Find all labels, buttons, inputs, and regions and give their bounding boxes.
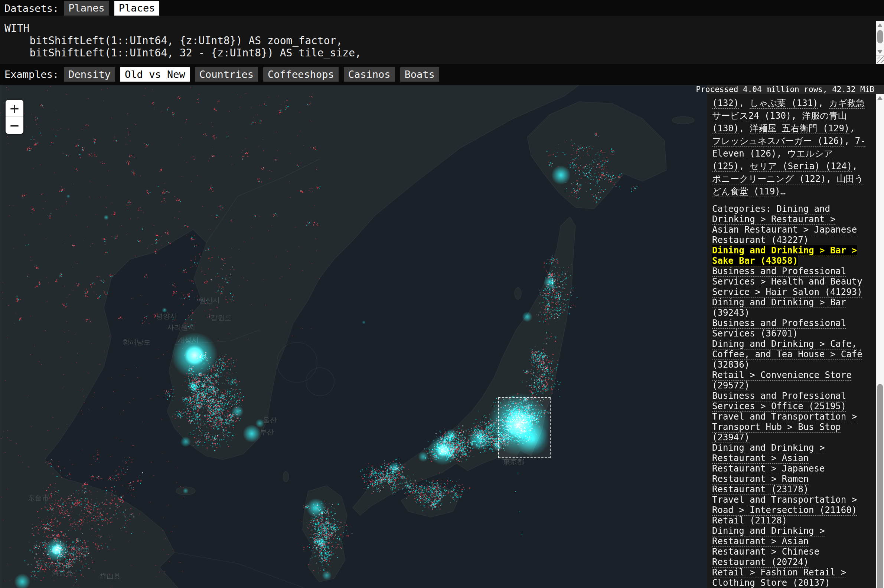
processed-stats: Processed 4.04 million rows, 42.32 MiB [696,85,874,94]
example-button-density[interactable]: Density [64,67,115,82]
category-link[interactable]: Retail (21128) [712,515,787,526]
dataset-button-places[interactable]: Places [114,1,159,16]
map-canvas[interactable] [0,85,707,588]
examples-buttons: DensityOld vs NewCountriesCoffeeshopsCas… [59,67,439,82]
scroll-down-icon[interactable] [877,50,882,54]
scroll-up-icon[interactable] [877,96,882,100]
map-selection-rectangle [498,398,550,458]
zoom-out-button[interactable]: − [6,117,23,134]
category-link[interactable]: Travel and Transportation > Road > Inter… [712,495,857,515]
category-link[interactable]: Dining and Drinking > Cafe, Coffee, and … [712,339,863,370]
map[interactable]: + − [0,85,707,588]
categories-label: Categories: [712,204,776,214]
examples-bar: Examples: DensityOld vs NewCountriesCoff… [0,64,884,85]
brand-link[interactable]: フレッシュネスバーガー (126) [712,136,844,146]
category-link[interactable]: Business and Professional Services > Off… [712,391,846,411]
status-bar: Processed 4.04 million rows, 42.32 MiB [707,85,884,94]
category-link[interactable]: Business and Professional Services (3670… [712,318,846,339]
datasets-label: Datasets: [5,3,59,14]
zoom-in-button[interactable]: + [6,100,23,117]
page-scroll-thumb[interactable] [877,384,883,588]
resize-separator [876,55,884,56]
sidebar-content: (132), しゃぶ葉 (131), カギ救急サービス24 (130), 洋服の… [707,94,884,588]
query-text[interactable]: WITH bitShiftLeft(1::UInt64, {z:UInt8}) … [0,16,884,59]
category-link[interactable]: Retail > Fashion Retail > Clothing Store… [712,567,846,588]
category-link[interactable]: Travel and Transportation > Transport Hu… [712,411,857,442]
editor-scroll-thumb[interactable] [877,30,883,44]
category-link-highlighted[interactable]: Dining and Drinking > Bar > Sake Bar (43… [712,245,857,266]
brands-list: (132), しゃぶ葉 (131), カギ救急サービス24 (130), 洋服の… [712,97,867,198]
examples-label: Examples: [5,69,59,80]
page-scrollbar[interactable] [876,94,884,588]
brand-link[interactable]: (132) [712,98,739,108]
example-button-casinos[interactable]: Casinos [344,67,395,82]
example-button-coffeeshops[interactable]: Coffeeshops [263,67,338,82]
map-zoom-control: + − [6,100,23,134]
results-sidebar: Processed 4.04 million rows, 42.32 MiB (… [707,85,884,588]
category-link[interactable]: Business and Professional Services > Hea… [712,266,863,297]
dataset-button-planes[interactable]: Planes [64,1,109,16]
category-link[interactable]: Dining and Drinking > Bar (39243) [712,297,846,318]
brand-link[interactable]: ポニークリーニング (122) [712,174,826,184]
category-link[interactable]: Dining and Drinking > Restaurant > Asian… [712,526,825,567]
resize-grip-icon[interactable] [877,56,884,63]
scroll-up-icon[interactable] [877,23,882,27]
app-root: Datasets: PlanesPlaces WITH bitShiftLeft… [0,0,884,588]
category-link[interactable]: Retail > Convenience Store (29572) [712,370,852,391]
brands-ellipsis: … [780,186,786,196]
brand-link[interactable]: 洋麺屋 五右衛門 (129) [750,123,849,134]
example-button-boats[interactable]: Boats [400,67,439,82]
datasets-bar: Datasets: PlanesPlaces [0,0,884,16]
example-button-old-vs-new[interactable]: Old vs New [120,67,190,82]
query-editor[interactable]: WITH bitShiftLeft(1::UInt64, {z:UInt8}) … [0,16,884,64]
datasets-buttons: PlanesPlaces [59,1,159,16]
categories-list: Categories: Dining and Drinking > Restau… [712,204,867,588]
example-button-countries[interactable]: Countries [195,67,258,82]
brand-link[interactable]: セリア (Seria) (124) [750,161,852,171]
brand-link[interactable]: しゃぶ葉 (131) [750,98,818,108]
category-link[interactable]: Dining and Drinking > Restaurant > Asian… [712,442,825,495]
